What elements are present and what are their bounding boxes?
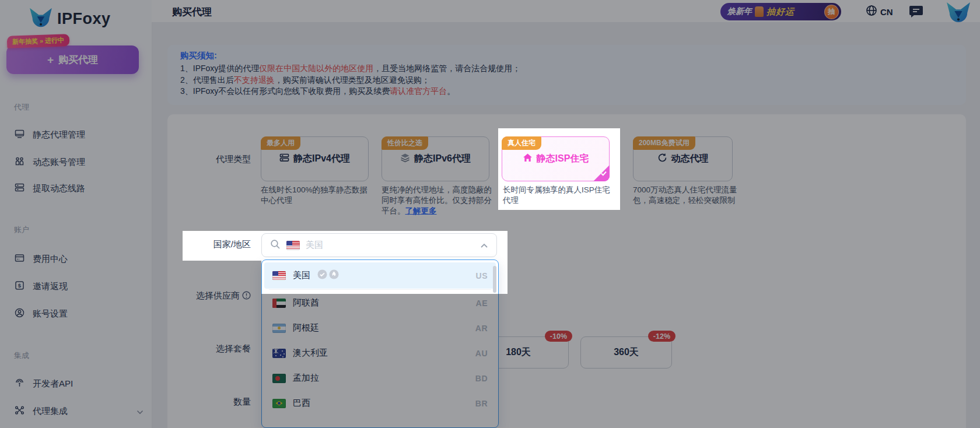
card-desc-isp: 长时间专属独享的真人ISP住宅代理 xyxy=(503,185,615,206)
discount-badge: -12% xyxy=(648,331,676,342)
buy-proxy-button[interactable]: + 购买代理 xyxy=(6,45,139,74)
flag-br-icon xyxy=(272,399,286,408)
nav-section-account: 账户 xyxy=(14,224,29,235)
flag-ae-icon xyxy=(272,299,286,308)
package-label: 选择套餐 xyxy=(175,343,251,355)
new-year-lottery-badge[interactable]: 新年抽奖 » 进行中 xyxy=(7,34,70,48)
user-avatar-fox-icon[interactable] xyxy=(945,1,972,26)
divider xyxy=(269,289,491,290)
svg-text:$: $ xyxy=(18,282,22,289)
country-option-ae[interactable]: 阿联酋 AE xyxy=(264,290,496,315)
country-code: BR xyxy=(475,399,488,408)
layers-icon xyxy=(400,153,410,165)
notice-line-3: 3、IPFoxy不会以任何形式向您线下收取费用，购买及续费请认准官方平台。 xyxy=(180,86,953,97)
sidebar-item-label: 静态代理管理 xyxy=(33,129,85,141)
server-icon xyxy=(14,182,25,195)
notice-text: ，且受当地网络监管，请合法合规使用； xyxy=(373,64,520,73)
user-circle-icon xyxy=(14,307,25,320)
monitor-icon xyxy=(14,128,25,141)
sidebar-item-label: 提取动态线路 xyxy=(33,183,85,194)
top-bar xyxy=(152,0,980,23)
country-code: AE xyxy=(476,299,488,308)
info-icon[interactable] xyxy=(242,291,251,301)
country-option-us[interactable]: 美国 US xyxy=(264,262,496,289)
proxy-card-static-ipv6[interactable]: 性价比之选 静态IPv6代理 xyxy=(382,136,489,181)
banner-text-right: 抽好运 xyxy=(766,6,794,17)
proxy-card-static-ipv4[interactable]: 最多人用 静态IPv4代理 xyxy=(261,136,369,181)
globe-icon xyxy=(866,5,877,19)
sidebar-item-static-proxy[interactable]: 静态代理管理 xyxy=(0,125,152,145)
flag-au-icon xyxy=(272,349,286,358)
sidebar: IPFoxy 新年抽奖 » 进行中 + 购买代理 代理 静态代理管理 动态账号管… xyxy=(0,0,152,428)
refresh-icon xyxy=(657,153,667,165)
sidebar-item-label: 开发者API xyxy=(33,378,73,390)
sidebar-item-label: 费用中心 xyxy=(33,254,68,265)
language-switcher[interactable]: CN xyxy=(866,5,893,19)
sidebar-item-extract-lines[interactable]: 提取动态线路 xyxy=(0,178,152,198)
server-icon xyxy=(279,153,289,165)
sidebar-item-label: 代理集成 xyxy=(33,406,68,417)
sidebar-item-label: 邀请返现 xyxy=(33,281,68,292)
plus-icon: + xyxy=(47,54,54,66)
package-name: 180天 xyxy=(506,346,531,359)
sidebar-item-invite-cashback[interactable]: $ 邀请返现 xyxy=(0,276,152,296)
country-region-label: 国家/地区 xyxy=(175,239,251,250)
page-title: 购买代理 xyxy=(172,5,212,19)
country-code: AU xyxy=(475,349,488,358)
learn-more-link[interactable]: 了解更多 xyxy=(405,206,437,215)
country-dropdown: 美国 US 阿联酋 AE 阿根廷 AR 澳大利亚 AU 孟加拉 BD 巴西 BR xyxy=(261,259,499,428)
card-desc-ipv6: 更纯净的代理地址，高度隐蔽的同时享有高性价比。仅支持部分平台。了解更多 xyxy=(382,185,494,216)
proxy-type-label: 代理类型 xyxy=(175,154,251,165)
sidebar-item-dynamic-accounts[interactable]: 动态账号管理 xyxy=(0,152,152,172)
check-circle-icon xyxy=(317,269,327,282)
chevron-up-icon[interactable] xyxy=(480,240,488,251)
language-label: CN xyxy=(880,7,893,17)
flag-us-icon xyxy=(272,271,286,280)
hot-flame-icon xyxy=(329,269,339,282)
flag-us-icon xyxy=(286,241,300,250)
sidebar-item-billing-center[interactable]: 费用中心 xyxy=(0,249,152,269)
proxy-card-static-isp[interactable]: 真人住宅 静态ISP住宅 xyxy=(502,136,610,181)
users-icon xyxy=(14,156,25,169)
country-search-input[interactable]: 美国 xyxy=(261,233,497,257)
sidebar-item-label: 动态账号管理 xyxy=(33,157,85,168)
notice-warning-text: 仅限在中国大陆以外的地区使用 xyxy=(259,64,373,73)
country-option-ar[interactable]: 阿根廷 AR xyxy=(264,315,496,341)
chat-support-button[interactable] xyxy=(909,5,923,20)
sidebar-item-account-settings[interactable]: 账号设置 xyxy=(0,304,152,324)
country-option-br[interactable]: 巴西 BR xyxy=(264,391,496,416)
banner-hand-image xyxy=(755,6,764,17)
lottery-draw-button[interactable]: 抽 xyxy=(824,5,839,19)
card-title: 静态IPv6代理 xyxy=(414,153,471,165)
country-code: US xyxy=(476,271,488,280)
country-code: BD xyxy=(475,374,488,383)
notice-text: 。 xyxy=(447,86,455,96)
banner-text-left: 焕新年 xyxy=(727,6,752,17)
flag-bd-icon xyxy=(272,374,286,383)
sidebar-item-proxy-integration[interactable]: 代理集成 xyxy=(0,401,152,421)
country-option-au[interactable]: 澳大利亚 AU xyxy=(264,341,496,366)
package-360-days[interactable]: 360天 -12% xyxy=(580,336,672,369)
sidebar-item-developer-api[interactable]: 开发者API xyxy=(0,374,152,394)
country-option-bd[interactable]: 孟加拉 BD xyxy=(264,366,496,391)
card-title: 静态IPv4代理 xyxy=(293,153,350,165)
dollar-icon: $ xyxy=(14,280,25,293)
dropdown-scrollbar[interactable] xyxy=(493,266,496,293)
card-badge: 真人住宅 xyxy=(502,136,541,150)
notice-text: 2、代理售出后 xyxy=(180,75,234,85)
buy-proxy-button-label: 购买代理 xyxy=(58,53,98,66)
new-year-lottery-banner[interactable]: 焕新年 抽好运 抽 xyxy=(720,3,841,20)
card-title: 动态代理 xyxy=(671,153,709,165)
nav-section-proxy: 代理 xyxy=(14,102,29,113)
logo-text: IPFoxy xyxy=(57,10,111,28)
logo[interactable]: IPFoxy xyxy=(28,7,111,30)
notice-warning-text: 请认准官方平台 xyxy=(390,86,447,96)
integration-icon xyxy=(14,405,25,418)
notice-warning-text: 不支持退换 xyxy=(234,75,275,85)
country-name: 阿根廷 xyxy=(293,322,319,334)
notice-text: ，购买前请确认代理类型及地区避免误购； xyxy=(275,75,430,85)
country-name: 阿联酋 xyxy=(293,297,319,308)
chevron-down-icon[interactable] xyxy=(136,406,144,416)
country-code: AR xyxy=(475,324,488,333)
proxy-card-dynamic[interactable]: 200MB免费试用 动态代理 xyxy=(633,136,733,181)
